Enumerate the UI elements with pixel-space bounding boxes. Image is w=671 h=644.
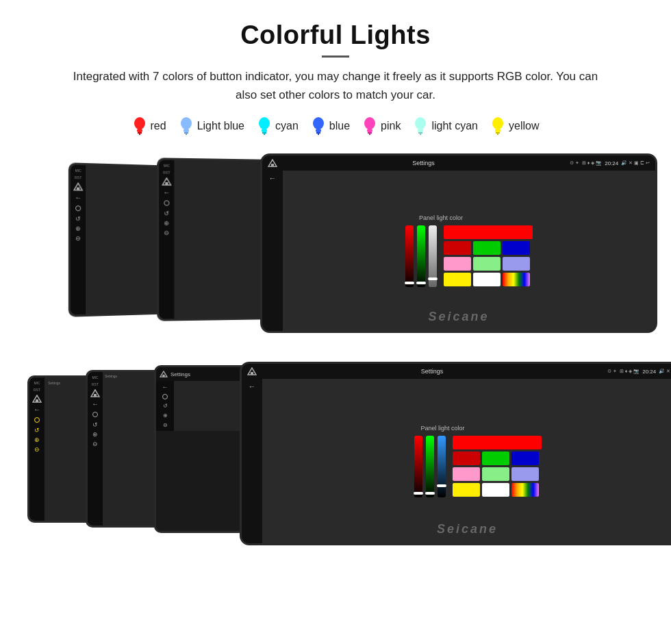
color-item-yellow: yellow [490,116,539,136]
svg-rect-2 [138,132,142,134]
svg-rect-13 [316,129,321,132]
svg-rect-39 [162,375,164,377]
panel-label-top: Panel light color [419,214,463,221]
color-item-lightcyan: light cyan [413,116,478,136]
subtitle-text: Integrated with 7 colors of button indic… [68,67,603,104]
svg-rect-10 [262,132,266,134]
svg-rect-22 [418,132,422,134]
bot-front-screen: Settings ⚙ ✦ ⊞ ♦ ◈ 📷 20:24 🔊 ✕ ▣ ⊏ ↩ ← [240,362,671,545]
svg-point-20 [415,117,426,129]
svg-rect-6 [184,132,188,134]
color-item-red: red [132,116,166,136]
color-label-lightcyan: light cyan [431,120,478,132]
bulb-icon-red [132,116,147,136]
color-label-cyan: cyan [275,120,299,132]
svg-rect-14 [316,132,320,134]
bot-screen-settings-label: Settings [259,368,605,375]
svg-point-0 [134,117,145,129]
svg-point-12 [313,117,324,129]
top-screen-group: MIC RST ← ↺ ⊕ ⊖ MIC [27,151,644,349]
bulb-icon-lightcyan [413,116,428,136]
svg-rect-26 [496,132,500,134]
svg-rect-33 [271,164,274,166]
color-item-cyan: cyan [257,116,299,136]
svg-rect-31 [165,182,168,185]
bottom-screen-group: MIC RST ← ↺ ⊕ ⊖ Settings [27,360,644,559]
svg-point-4 [181,117,192,129]
screens-section: MIC RST ← ↺ ⊕ ⊖ MIC [27,151,644,559]
svg-rect-29 [77,188,79,190]
svg-rect-17 [367,129,372,132]
bulb-icon-blue [311,116,326,136]
bulb-icon-yellow [490,116,505,136]
svg-rect-41 [251,372,253,375]
bulb-icon-lightblue [179,116,194,136]
svg-rect-35 [36,399,38,402]
color-label-red: red [151,120,166,132]
svg-point-16 [364,117,375,129]
svg-point-24 [492,117,503,129]
color-item-pink: pink [362,116,401,136]
svg-rect-37 [94,394,97,397]
color-item-lightblue: Light blue [179,116,244,136]
svg-rect-1 [137,129,142,132]
panel-label-bot: Panel light color [421,425,465,432]
bulb-icon-cyan [257,116,272,136]
title-divider [322,55,349,58]
svg-point-8 [259,117,270,129]
bot-screen-time: 20:24 [642,369,656,375]
color-label-yellow: yellow [509,120,539,132]
svg-rect-18 [368,132,372,134]
color-label-blue: blue [329,120,350,132]
svg-rect-5 [183,129,189,132]
color-label-pink: pink [381,120,401,132]
page-title: Colorful Lights [27,21,644,50]
color-label-lightblue: Light blue [197,120,244,132]
svg-rect-21 [418,129,423,132]
title-section: Colorful Lights Integrated with 7 colors… [27,21,644,104]
top-screen-time: 20:24 [605,160,618,166]
color-indicators-row: red Light blue cyan [27,116,644,136]
top-screen-settings-label: Settings [280,160,567,166]
top-front-screen: Settings ⚙ ✦ ⊞ ♦ ◈ 📷 20:24 🔊 ✕ ▣ ⊏ ↩ ← [260,153,657,333]
svg-rect-25 [495,129,501,132]
color-item-blue: blue [311,116,350,136]
bulb-icon-pink [362,116,377,136]
svg-rect-9 [262,129,267,132]
page-container: Colorful Lights Integrated with 7 colors… [0,0,671,573]
